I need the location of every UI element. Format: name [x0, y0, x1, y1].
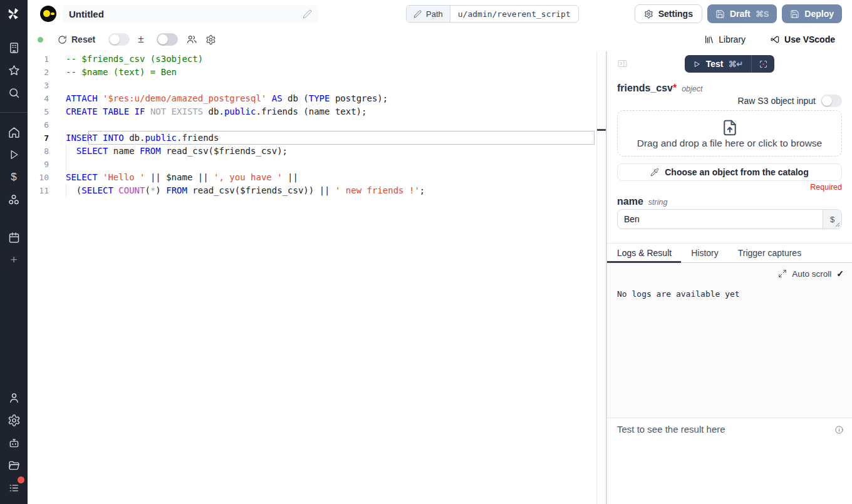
resources-icon[interactable]: [0, 188, 28, 211]
tab-history[interactable]: History: [681, 244, 728, 262]
search-icon[interactable]: [0, 81, 28, 104]
runs-play-icon[interactable]: [0, 143, 28, 166]
editor-toolbar: Reset ± Library Use VScode: [28, 28, 852, 51]
code-line-5[interactable]: 5CREATE TABLE IF NOT EXISTS db.public.fr…: [28, 105, 606, 118]
script-title-field[interactable]: [63, 5, 318, 23]
resize-handle-icon[interactable]: [835, 222, 840, 227]
collapse-panel-icon[interactable]: [617, 58, 628, 69]
file-dropzone[interactable]: Drag and drop a file here or click to br…: [617, 110, 842, 157]
favorites-star-icon[interactable]: [0, 59, 28, 81]
run-panel: Test ⌘↵ friends_csv* object Raw S3 objec…: [606, 51, 852, 504]
editor-settings-gear-icon[interactable]: [205, 34, 216, 45]
folders-icon[interactable]: [0, 454, 28, 476]
line-number: 8: [28, 145, 49, 158]
tabs: Logs & ResultHistoryTrigger captures: [607, 244, 852, 263]
line-number: 1: [28, 53, 49, 66]
vscode-icon: [770, 34, 780, 44]
name-input-wrap: $: [617, 209, 842, 229]
settings-gear-icon[interactable]: [0, 409, 28, 431]
overview-ruler-cursor-mark: [597, 129, 606, 131]
code-line-2[interactable]: 2-- $name (text) = Ben: [28, 66, 606, 79]
arg-name-name: name: [617, 196, 643, 207]
line-number: 5: [28, 105, 49, 118]
autoscroll-label[interactable]: Auto scroll: [792, 269, 831, 279]
sidebar-divider: [0, 112, 28, 113]
settings-button[interactable]: Settings: [635, 4, 702, 23]
plus-minus-icon[interactable]: ±: [138, 33, 143, 46]
info-icon[interactable]: [834, 425, 844, 435]
notification-badge: [18, 476, 24, 483]
test-shortcut: ⌘↵: [728, 59, 743, 69]
result-placeholder: Test to see the result here: [617, 424, 725, 435]
schedules-calendar-icon[interactable]: [0, 226, 28, 249]
friends-csv-label-row: friends_csv* object: [617, 83, 842, 94]
save-icon: [790, 9, 799, 19]
pipette-icon: [650, 168, 659, 177]
ai-robot-icon[interactable]: [0, 431, 28, 454]
code-line-10[interactable]: 10SELECT 'Hello ' || $name || ', you hav…: [28, 171, 606, 184]
library-button[interactable]: Library: [704, 34, 746, 44]
user-icon[interactable]: [0, 386, 28, 409]
arg-type-string: string: [648, 198, 668, 207]
gear-icon: [644, 9, 653, 19]
app-sidebar: $ +: [0, 0, 28, 504]
code-lines: 1-- $friends_csv (s3object)2-- $name (te…: [28, 53, 606, 197]
name-input[interactable]: [618, 214, 821, 224]
required-hint: Required: [617, 183, 842, 192]
raw-s3-label: Raw S3 object input: [737, 96, 816, 106]
raw-s3-toggle[interactable]: [821, 95, 842, 107]
home-icon[interactable]: [0, 121, 28, 143]
topbar: Path u/admin/reverent_script Settings Dr…: [28, 0, 852, 28]
path-label[interactable]: Path: [407, 6, 450, 22]
draft-button[interactable]: Draft ⌘S: [707, 4, 777, 23]
logs-panel: Auto scroll ✓ No logs are available yet: [607, 263, 852, 418]
code-line-3[interactable]: 3: [28, 79, 606, 92]
variables-dollar-icon[interactable]: $: [0, 166, 28, 188]
workspace-building-icon[interactable]: [0, 36, 28, 59]
tab-trigger-captures[interactable]: Trigger captures: [728, 244, 811, 262]
code-line-11[interactable]: 11 (SELECT COUNT(*) FROM read_csv($frien…: [28, 184, 606, 197]
code-line-1[interactable]: 1-- $friends_csv (s3object): [28, 53, 606, 66]
line-number: 7: [28, 131, 49, 145]
capture-run-button[interactable]: [751, 55, 774, 73]
use-vscode-button[interactable]: Use VScode: [770, 34, 835, 44]
code-line-8[interactable]: 8 SELECT name FROM read_csv($friends_csv…: [28, 145, 606, 158]
expand-icon[interactable]: [778, 269, 787, 278]
scan-icon: [759, 59, 768, 69]
arg-name-friends-csv: friends_csv*: [617, 83, 677, 94]
library-icon: [704, 34, 714, 44]
test-button[interactable]: Test ⌘↵: [685, 55, 752, 73]
edit-title-pencil-icon[interactable]: [303, 9, 312, 19]
code-line-7[interactable]: 7INSERT INTO db.public.friends: [28, 131, 606, 145]
play-icon: [693, 60, 701, 68]
code-line-4[interactable]: 4ATTACH '$res:u/demo/amazed_postgresql' …: [28, 92, 606, 105]
required-asterisk: *: [673, 83, 677, 93]
diff-toggle[interactable]: [108, 33, 130, 46]
code-line-9[interactable]: 9: [28, 158, 606, 171]
reset-button[interactable]: Reset: [58, 34, 95, 44]
logs-empty-text: No logs are available yet: [617, 289, 844, 299]
line-number: 2: [28, 66, 49, 79]
multiplayer-toggle[interactable]: [157, 33, 178, 46]
tab-logs-result[interactable]: Logs & Result: [607, 244, 681, 262]
editor-scrollbar[interactable]: [596, 51, 597, 504]
draft-shortcut: ⌘S: [756, 9, 769, 19]
windmill-logo-icon[interactable]: [0, 0, 28, 28]
line-number: 10: [28, 171, 49, 184]
dropzone-text: Drag and drop a file here or click to br…: [637, 138, 823, 149]
users-icon[interactable]: [186, 34, 197, 45]
line-number: 9: [28, 158, 49, 171]
deploy-button[interactable]: Deploy: [782, 4, 842, 23]
code-editor[interactable]: 1-- $friends_csv (s3object)2-- $name (te…: [28, 51, 606, 504]
raw-s3-row: Raw S3 object input: [617, 95, 842, 107]
choose-object-catalog-button[interactable]: Choose an object from the catalog: [617, 163, 842, 181]
audit-logs-list-icon[interactable]: [0, 476, 28, 499]
path-chip[interactable]: Path u/admin/reverent_script: [406, 5, 579, 23]
script-title-input[interactable]: [69, 9, 303, 19]
path-value[interactable]: u/admin/reverent_script: [450, 6, 578, 22]
line-number: 11: [28, 184, 49, 197]
line-number: 4: [28, 92, 49, 105]
check-icon[interactable]: ✓: [836, 269, 844, 279]
create-plus-icon[interactable]: +: [0, 249, 28, 271]
code-line-6[interactable]: 6: [28, 118, 606, 131]
